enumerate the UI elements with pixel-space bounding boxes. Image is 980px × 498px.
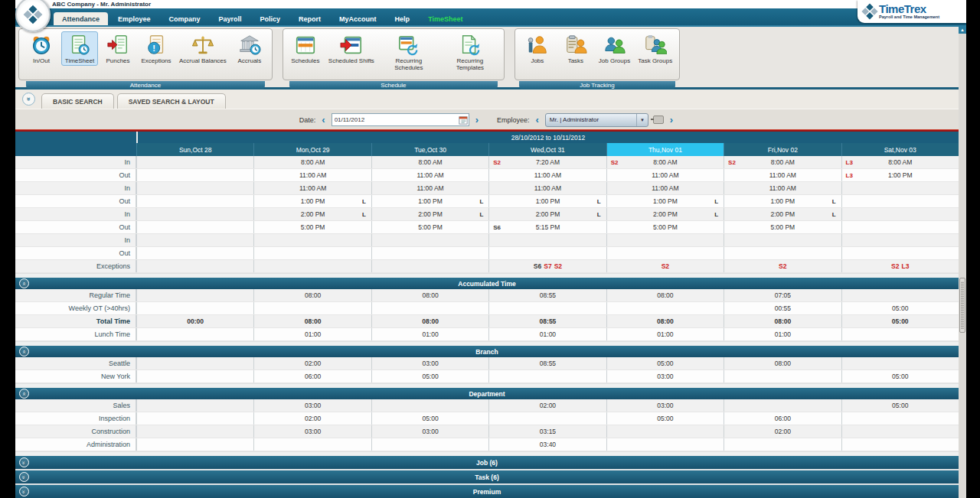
toolbar-button-recurring-schedules[interactable]: Recurring Schedules xyxy=(379,31,439,73)
menu-item-company[interactable]: Company xyxy=(161,12,209,25)
previous-employee-arrow[interactable]: ‹ xyxy=(534,115,541,125)
day-cell[interactable]: 02:00 xyxy=(724,425,841,438)
day-cell[interactable] xyxy=(606,302,724,314)
day-cell[interactable]: 03:15 xyxy=(488,425,606,438)
toolbar-button-jobs[interactable]: Jobs xyxy=(519,31,556,66)
day-cell[interactable] xyxy=(724,438,841,451)
day-cell[interactable]: 11:00 AM xyxy=(606,169,724,181)
vertical-scrollbar[interactable]: ▲ xyxy=(959,25,966,498)
day-cell[interactable] xyxy=(488,247,606,259)
day-cell[interactable]: 06:00 xyxy=(253,370,371,382)
day-cell[interactable]: 1:00 PML xyxy=(606,195,724,207)
day-cell[interactable] xyxy=(841,195,959,207)
day-cell[interactable]: 08:00 xyxy=(253,289,371,301)
tab-basic-search[interactable]: BASIC SEARCH xyxy=(41,93,114,109)
day-cell[interactable]: 01:00 xyxy=(253,328,371,340)
day-cell[interactable]: 08:00 xyxy=(724,315,841,327)
day-cell[interactable]: 2:00 PML xyxy=(253,208,371,220)
day-cell[interactable]: 05:00 xyxy=(841,315,959,327)
day-cell[interactable] xyxy=(371,302,488,314)
toolbar-button-accruals[interactable]: Accruals xyxy=(231,31,268,66)
day-cell[interactable]: 2:00 PML xyxy=(606,208,724,220)
day-cell[interactable] xyxy=(136,156,253,168)
day-cell[interactable] xyxy=(606,247,724,259)
day-cell[interactable]: 05:00 xyxy=(606,412,724,425)
day-cell[interactable]: 05:00 xyxy=(841,302,959,314)
toolbar-button-timesheet[interactable]: TimeSheet xyxy=(61,31,98,66)
day-cell[interactable] xyxy=(253,247,371,259)
toolbar-button-scheduled-shifts[interactable]: Scheduled Shifts xyxy=(325,31,377,66)
day-header-tue-oct-30[interactable]: Tue,Oct 30 xyxy=(371,143,488,156)
toolbar-button-exceptions[interactable]: !Exceptions xyxy=(138,31,175,66)
scrollbar-thumb[interactable] xyxy=(959,278,965,333)
day-cell[interactable] xyxy=(841,247,959,259)
day-cell[interactable]: 08:00 xyxy=(253,315,371,327)
day-cell[interactable]: 05:00 xyxy=(371,370,488,382)
toolbar-button-recurring-templates[interactable]: Recurring Templates xyxy=(440,31,500,73)
day-cell[interactable] xyxy=(136,357,253,369)
day-cell[interactable] xyxy=(136,221,253,233)
day-header-mon-oct-29[interactable]: Mon,Oct 29 xyxy=(253,143,371,156)
day-cell[interactable]: 2:00 PML xyxy=(724,208,841,220)
menu-item-policy[interactable]: Policy xyxy=(252,12,289,25)
day-cell[interactable] xyxy=(136,234,253,246)
day-cell[interactable]: 02:00 xyxy=(253,357,371,369)
day-cell[interactable]: L38:00 AM xyxy=(841,156,959,168)
day-cell[interactable]: 02:00 xyxy=(488,399,606,412)
day-cell[interactable]: 1:00 PML xyxy=(253,195,371,207)
day-cell[interactable] xyxy=(724,247,841,259)
day-cell[interactable]: 08:55 xyxy=(488,289,606,301)
day-cell[interactable] xyxy=(136,425,253,438)
day-cell[interactable]: 5:00 PM xyxy=(371,221,488,233)
day-cell[interactable]: 05:00 xyxy=(841,399,959,412)
day-header-thu-nov-01[interactable]: Thu,Nov 01 xyxy=(606,143,724,156)
menu-item-attendance[interactable]: Attendance xyxy=(54,12,108,25)
day-cell[interactable]: 11:00 AM xyxy=(371,182,488,194)
day-cell[interactable]: 01:00 xyxy=(724,328,841,340)
day-cell[interactable]: 5:00 PM xyxy=(253,221,371,233)
day-cell[interactable]: 05:00 xyxy=(606,357,724,369)
day-cell[interactable]: 2:00 PML xyxy=(488,208,606,220)
day-cell[interactable]: 08:55 xyxy=(488,357,606,369)
day-cell[interactable]: 11:00 AM xyxy=(253,182,371,194)
menu-item-employee[interactable]: Employee xyxy=(109,12,159,25)
day-cell[interactable]: 01:00 xyxy=(371,328,488,340)
menu-item-help[interactable]: Help xyxy=(387,12,419,25)
day-cell[interactable]: L31:00 PM xyxy=(841,169,959,181)
day-cell[interactable]: 11:00 AM xyxy=(724,182,841,194)
day-cell[interactable] xyxy=(371,234,488,246)
tab-saved-search-layout[interactable]: SAVED SEARCH & LAYOUT xyxy=(117,93,226,109)
day-cell[interactable] xyxy=(841,234,959,246)
day-cell[interactable] xyxy=(841,208,959,220)
day-cell[interactable] xyxy=(371,399,488,412)
day-cell[interactable]: 5:00 PM xyxy=(606,221,724,233)
day-cell[interactable] xyxy=(136,412,253,425)
day-cell[interactable]: 11:00 AM xyxy=(253,169,371,181)
day-cell[interactable] xyxy=(253,234,371,246)
next-employee-arrow[interactable]: › xyxy=(668,115,675,125)
day-cell[interactable] xyxy=(841,182,959,194)
day-cell[interactable] xyxy=(253,438,371,451)
day-cell[interactable]: 01:00 xyxy=(606,328,724,340)
day-cell[interactable] xyxy=(136,247,253,259)
day-cell[interactable] xyxy=(841,412,959,425)
day-cell[interactable] xyxy=(136,195,253,207)
day-cell[interactable]: 07:05 xyxy=(724,289,841,301)
day-cell[interactable]: S2L3 xyxy=(841,260,959,272)
scroll-up-button[interactable]: ▲ xyxy=(959,25,966,34)
employee-jump-icon[interactable] xyxy=(653,116,664,124)
day-cell[interactable] xyxy=(488,234,606,246)
day-cell[interactable]: 03:00 xyxy=(606,399,724,412)
day-cell[interactable]: S65:15 PM xyxy=(488,221,606,233)
day-cell[interactable]: S2 xyxy=(724,260,841,272)
calendar-icon[interactable] xyxy=(459,116,468,125)
day-cell[interactable] xyxy=(136,169,253,181)
day-cell[interactable]: 03:00 xyxy=(253,399,371,412)
day-cell[interactable]: 11:00 AM xyxy=(488,182,606,194)
day-cell[interactable] xyxy=(136,328,253,340)
day-cell[interactable] xyxy=(841,357,959,369)
day-cell[interactable] xyxy=(136,289,253,301)
day-cell[interactable]: 05:00 xyxy=(371,412,488,425)
day-cell[interactable]: 8:00 AM xyxy=(253,156,371,168)
day-cell[interactable]: 11:00 AM xyxy=(371,169,488,181)
